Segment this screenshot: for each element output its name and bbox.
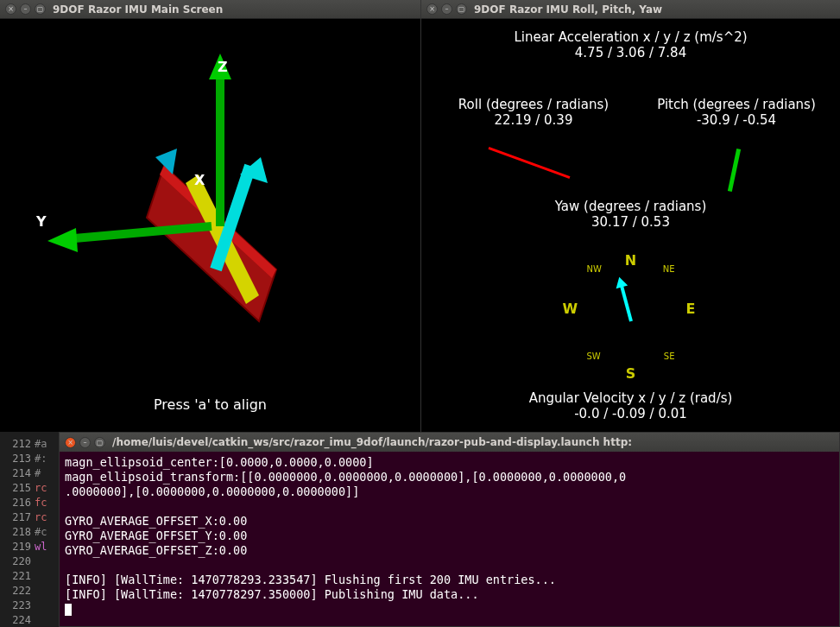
terminal-title: /home/luis/devel/catkin_ws/src/razor_imu… xyxy=(112,436,632,448)
rpy-canvas[interactable]: Linear Acceleration x / y / z (m/s^2) 4.… xyxy=(421,19,840,432)
terminal-body[interactable]: magn_ellipsoid_center:[0.0000,0.0000,0.0… xyxy=(60,452,839,620)
code-fragment: rc xyxy=(35,510,59,525)
align-hint: Press 'a' to align xyxy=(0,396,420,413)
svg-marker-0 xyxy=(147,166,276,321)
compass-s: S xyxy=(626,365,636,382)
compass-ne: NE xyxy=(663,264,675,274)
line-number: 220 xyxy=(0,554,35,569)
maximize-icon[interactable]: ▢ xyxy=(456,3,467,15)
linaccel-label: Linear Acceleration x / y / z (m/s^2) xyxy=(421,29,840,45)
minimize-icon[interactable]: – xyxy=(20,3,31,15)
code-sliver: #a#:# rcfc rc#c wl xyxy=(35,432,59,627)
line-number: 215 xyxy=(0,481,35,496)
right-titlebar: × – ▢ 9DOF Razor IMU Roll, Pitch, Yaw xyxy=(421,0,840,19)
compass-w: W xyxy=(563,301,578,317)
svg-marker-9 xyxy=(47,228,78,252)
right-window-title: 9DOF Razor IMU Roll, Pitch, Yaw xyxy=(474,3,662,16)
code-fragment: #a xyxy=(35,437,59,452)
angvel-value: -0.0 / -0.09 / 0.01 xyxy=(421,406,840,421)
code-fragment: #c xyxy=(35,525,59,540)
axis-y-label: Y xyxy=(36,213,47,230)
line-gutter: 212213214215216217218219220221222223224 xyxy=(0,432,35,627)
compass-n: N xyxy=(625,252,636,269)
axis-x-label: X xyxy=(194,172,205,188)
line-number: 217 xyxy=(0,510,35,525)
line-number: 221 xyxy=(0,569,35,584)
pitch-value: -30.9 / -0.54 xyxy=(641,112,831,128)
yaw-value: 30.17 / 0.53 xyxy=(421,214,840,230)
roll-indicator xyxy=(489,147,571,179)
roll-label: Roll (degrees / radians) xyxy=(439,97,628,112)
yaw-label: Yaw (degrees / radians) xyxy=(421,199,840,214)
pitch-label: Pitch (degrees / radians) xyxy=(641,97,831,112)
code-fragment: fc xyxy=(35,496,59,510)
code-fragment: # xyxy=(35,466,59,481)
axis-z-label: Z xyxy=(218,59,228,75)
line-number: 218 xyxy=(0,525,35,540)
compass-se: SE xyxy=(664,352,675,361)
compass-e: E xyxy=(686,301,696,317)
line-number: 214 xyxy=(0,466,35,481)
terminal-window: × – ▢ /home/luis/devel/catkin_ws/src/raz… xyxy=(59,432,840,627)
line-number: 222 xyxy=(0,584,35,598)
maximize-icon[interactable]: ▢ xyxy=(35,3,46,15)
line-number: 224 xyxy=(0,613,35,627)
angvel-label: Angular Velocity x / y / z (rad/s) xyxy=(421,390,840,406)
minimize-icon[interactable]: – xyxy=(441,3,452,15)
main-3d-window: × – ▢ 9DOF Razor IMU Main Screen xyxy=(0,0,421,432)
roll-value: 22.19 / 0.39 xyxy=(439,112,628,128)
close-icon[interactable]: × xyxy=(5,3,16,15)
cursor xyxy=(65,604,72,616)
line-number: 212 xyxy=(0,437,35,452)
left-titlebar: × – ▢ 9DOF Razor IMU Main Screen xyxy=(0,0,420,19)
left-window-title: 9DOF Razor IMU Main Screen xyxy=(53,3,223,16)
code-fragment: wl xyxy=(35,540,59,554)
terminal-titlebar: × – ▢ /home/luis/devel/catkin_ws/src/raz… xyxy=(60,433,839,452)
imu-3d-visualization xyxy=(17,45,397,390)
viz3d-canvas[interactable]: Z X Y Press 'a' to align xyxy=(0,19,420,432)
compass-nw: NW xyxy=(587,264,602,274)
compass-sw: SW xyxy=(587,352,601,361)
code-fragment: rc xyxy=(35,481,59,496)
pitch-indicator xyxy=(728,149,741,192)
rpy-window: × – ▢ 9DOF Razor IMU Roll, Pitch, Yaw Li… xyxy=(421,0,840,432)
code-fragment: #: xyxy=(35,452,59,466)
line-number: 223 xyxy=(0,598,35,613)
maximize-icon[interactable]: ▢ xyxy=(94,437,105,448)
line-number: 219 xyxy=(0,540,35,554)
line-number: 216 xyxy=(0,496,35,510)
minimize-icon[interactable]: – xyxy=(79,437,91,448)
linaccel-value: 4.75 / 3.06 / 7.84 xyxy=(421,45,840,60)
close-icon[interactable]: × xyxy=(65,437,76,448)
line-number: 213 xyxy=(0,452,35,466)
close-icon[interactable]: × xyxy=(426,3,438,15)
